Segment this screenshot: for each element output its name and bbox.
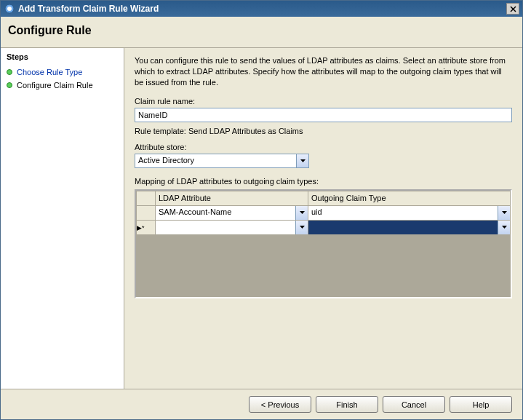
row-header[interactable]	[137, 205, 156, 220]
window-title: Add Transform Claim Rule Wizard	[18, 4, 506, 14]
description-text: You can configure this rule to send the …	[135, 55, 512, 88]
dropdown-button[interactable]	[498, 221, 510, 234]
step-label: Choose Rule Type	[17, 68, 82, 76]
attribute-store-combo[interactable]: Active Directory	[135, 154, 309, 168]
wizard-header: Configure Rule	[1, 17, 522, 48]
step-label: Configure Claim Rule	[17, 81, 93, 90]
svg-marker-7	[300, 226, 305, 229]
outgoing-claim-cell[interactable]	[308, 220, 511, 234]
dropdown-button[interactable]	[295, 221, 308, 234]
outgoing-claim-value: uid	[308, 206, 498, 220]
ldap-attribute-value: SAM-Account-Name	[156, 206, 295, 220]
mapping-grid[interactable]: LDAP Attribute Outgoing Claim Type SAM-A…	[136, 191, 511, 235]
svg-marker-6	[502, 211, 507, 214]
rule-template-text: Rule template: Send LDAP Attributes as C…	[135, 127, 512, 135]
svg-marker-5	[300, 211, 305, 214]
wizard-footer: < Previous Finish Cancel Help	[1, 389, 522, 419]
step-configure-claim-rule[interactable]: Configure Claim Rule	[7, 79, 118, 92]
dropdown-button[interactable]	[296, 154, 308, 167]
ldap-attribute-cell[interactable]: SAM-Account-Name	[156, 205, 308, 220]
wizard-window: Add Transform Claim Rule Wizard Configur…	[0, 0, 523, 420]
dropdown-button[interactable]	[498, 206, 510, 220]
mapping-label: Mapping of LDAP attributes to outgoing c…	[135, 177, 512, 186]
main-panel: You can configure this rule to send the …	[124, 48, 522, 389]
svg-marker-4	[300, 159, 306, 162]
step-choose-rule-type[interactable]: Choose Rule Type	[7, 66, 118, 79]
grid-corner	[137, 191, 156, 205]
rule-name-label: Claim rule name:	[135, 97, 512, 106]
mapping-grid-container: LDAP Attribute Outgoing Claim Type SAM-A…	[135, 189, 512, 298]
new-row-indicator-icon: ▶*	[137, 224, 145, 231]
app-icon	[4, 3, 15, 15]
ldap-attribute-cell[interactable]	[156, 220, 308, 234]
col-ldap-attribute[interactable]: LDAP Attribute	[156, 191, 308, 205]
steps-heading: Steps	[7, 52, 118, 61]
title-bar: Add Transform Claim Rule Wizard	[1, 1, 522, 17]
wizard-body: Steps Choose Rule Type Configure Claim R…	[1, 48, 522, 389]
ldap-attribute-value	[156, 221, 295, 234]
step-bullet-icon	[7, 82, 12, 88]
dropdown-button[interactable]	[295, 206, 308, 220]
svg-marker-8	[502, 226, 507, 229]
attribute-store-value: Active Directory	[135, 154, 296, 167]
help-button[interactable]: Help	[450, 396, 512, 413]
col-outgoing-claim[interactable]: Outgoing Claim Type	[308, 191, 511, 205]
grid-row[interactable]: SAM-Account-Name uid	[137, 205, 511, 220]
grid-header-row: LDAP Attribute Outgoing Claim Type	[137, 191, 511, 205]
step-bullet-icon	[7, 69, 12, 75]
grid-row-new[interactable]: ▶*	[137, 220, 511, 234]
outgoing-claim-cell[interactable]: uid	[308, 205, 511, 220]
finish-button[interactable]: Finish	[316, 396, 378, 413]
outgoing-claim-value	[308, 221, 498, 234]
grid-empty-area	[136, 235, 511, 297]
row-header-new[interactable]: ▶*	[137, 220, 156, 234]
previous-button[interactable]: < Previous	[249, 396, 311, 413]
svg-point-1	[7, 7, 12, 11]
close-button[interactable]	[506, 3, 519, 15]
page-title: Configure Rule	[8, 24, 515, 37]
rule-name-input[interactable]	[135, 108, 512, 122]
attribute-store-label: Attribute store:	[135, 143, 512, 151]
cancel-button[interactable]: Cancel	[383, 396, 445, 413]
steps-sidebar: Steps Choose Rule Type Configure Claim R…	[1, 48, 124, 389]
